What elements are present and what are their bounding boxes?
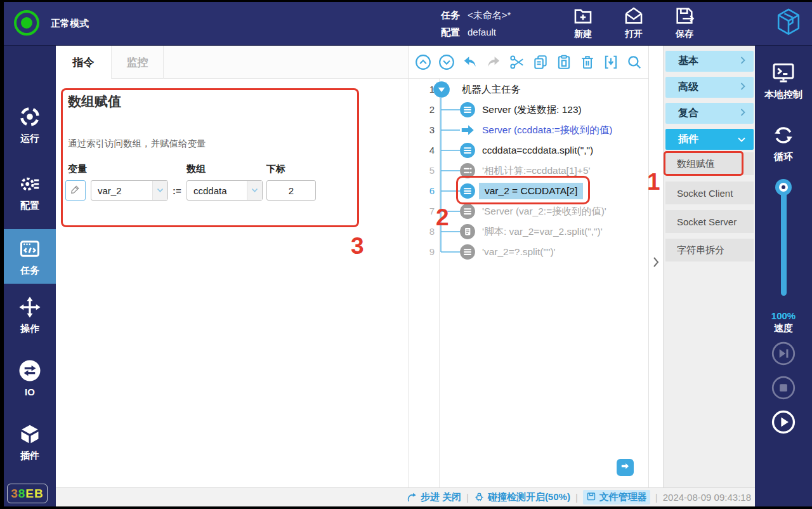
save-task-button[interactable]: 保存 [665,5,704,40]
instruction-icon[interactable] [459,142,476,159]
loop-icon [755,123,812,147]
sidebar-item-task-active[interactable]: 任务 [4,229,56,284]
paste-icon[interactable] [556,54,572,70]
mode-label: 正常模式 [51,18,89,30]
form-description: 通过索引访问数组，并赋值给变量 [68,138,206,150]
palette-item-socket-client[interactable]: Socket Client [665,182,754,204]
instruction-icon[interactable] [459,102,476,118]
window-edge [0,506,812,509]
tree-node-label[interactable]: 'Server (var_2:=接收到的值)' [482,201,606,221]
tree-node-label[interactable]: '脚本: var_2=var_2.split(",")' [482,221,603,242]
disabled-instruction-icon[interactable] [459,203,476,220]
chevron-right-icon [740,108,746,119]
copy-icon[interactable] [532,54,549,70]
collision-text: 碰撞检测开启(50%) [488,491,570,503]
category-plugin-expanded[interactable]: 插件 [665,129,754,150]
sidebar-item-plugin[interactable]: 插件 [4,423,56,462]
speed-slider-knob[interactable] [775,179,792,195]
jump-to-current-button[interactable] [617,459,634,476]
variable-select[interactable]: var_2 [91,180,168,201]
palette-item-array-assign[interactable]: 数组赋值 [665,152,754,175]
sidebar-item-operate[interactable]: 操作 [4,296,56,335]
category-basic[interactable]: 基本 [665,51,754,72]
variable-field-label: 变量 [68,163,87,175]
speed-slider-track[interactable] [781,187,787,296]
code-window-icon [4,237,56,260]
system-timestamp: 2024-08-09 09:43:18 [663,492,751,503]
edit-variable-button[interactable] [65,180,86,201]
disabled-instruction-icon[interactable] [459,244,476,260]
sidebar-item-io[interactable]: IO [4,359,56,397]
speed-label: 速度 [755,322,812,334]
move-arrows-icon [4,296,56,319]
category-compound-label: 复合 [678,107,740,120]
loop-button[interactable]: 循环 [755,123,812,163]
category-advanced[interactable]: 高级 [665,77,754,98]
array-select[interactable]: ccddata [187,180,263,201]
local-control-button[interactable]: 本地控制 [755,61,812,101]
window-edge [0,0,812,2]
tab-instruction[interactable]: 指令 [56,46,112,79]
play-button[interactable] [771,410,796,434]
file-manager-button[interactable]: 文件管理器 [583,490,650,505]
tree-node-label[interactable]: Server (发送数据: 123) [482,100,582,120]
gear-icon [4,173,56,195]
palette-item-socket-server[interactable]: Socket Server [665,210,754,233]
undo-icon[interactable] [462,54,478,70]
task-name: <未命名>* [468,7,511,23]
tree-row: 7 'Server (var_2:=接收到的值)' [409,201,648,221]
tree-row: 2 Server (发送数据: 123) [409,100,648,120]
tab-monitor[interactable]: 监控 [112,46,164,79]
arrow-node-icon[interactable] [459,122,476,138]
script-node-icon[interactable] [459,223,476,240]
tree-node-label[interactable]: ccddata=ccddata.split(",") [482,140,593,161]
line-number: 6 [409,181,435,201]
line-number: 9 [409,242,435,262]
chevron-down-icon [737,134,746,145]
panel-gutter [650,46,663,487]
category-plugin-label: 插件 [678,133,737,146]
tree-node-label[interactable]: Server (ccddata:=接收到的值) [482,120,612,140]
task-meta: 任务 <未命名>* 配置 default [441,6,511,41]
stop-button[interactable] [771,376,796,400]
file-manager-text: 文件管理器 [599,491,647,503]
sidebar-item-config[interactable]: 配置 [4,173,56,212]
palette-item-string-split[interactable]: 字符串拆分 [665,239,754,261]
program-tree: 1 机器人主任务 2 Server (发送数据: 123) 3 Server (… [409,79,648,487]
instruction-icon[interactable] [459,183,476,199]
brand-cube-logo [774,6,803,41]
top-bar: 正常模式 任务 <未命名>* 配置 default 新建 打开 保存 [0,0,812,46]
search-icon[interactable] [626,54,643,70]
collapse-all-icon[interactable] [415,54,431,70]
status-divider: | [655,492,658,503]
io-arrows-icon [4,359,56,382]
collision-robot-icon [474,491,485,504]
category-compound[interactable]: 复合 [665,103,754,124]
cut-icon[interactable] [509,54,525,70]
tree-node-label[interactable]: '相机计算:=ccddata[1]+5' [482,161,590,181]
robot-id-badge: 38EB [7,484,48,503]
line-number: 1 [409,79,435,100]
tree-node-label[interactable]: 'var_2=?.split("")' [482,242,556,262]
sidebar-item-run[interactable]: 运行 [4,105,56,145]
collapse-node-icon[interactable] [433,81,450,98]
tree-node-label-selected[interactable]: var_2 = CCDDATA[2] [479,183,583,199]
expand-all-icon[interactable] [438,54,455,70]
step-forward-button[interactable] [771,341,796,366]
file-manager-icon [586,491,596,503]
tree-node-label[interactable]: 机器人主任务 [462,79,521,100]
line-number: 7 [409,201,435,221]
terminal-icon [755,61,812,85]
assign-operator: := [173,185,181,196]
delete-icon[interactable] [579,54,596,70]
open-task-button[interactable]: 打开 [614,5,653,40]
collision-status[interactable]: 碰撞检测开启(50%) [474,491,570,504]
redo-icon[interactable] [485,54,502,70]
new-task-button[interactable]: 新建 [563,5,603,40]
disabled-instruction-icon[interactable] [459,162,476,179]
expand-panel-chevron[interactable] [652,255,660,272]
line-number: 2 [409,100,435,120]
step-mode-status[interactable]: 步进 关闭 [407,491,461,504]
index-input[interactable] [266,180,316,201]
insert-icon[interactable] [603,54,619,70]
